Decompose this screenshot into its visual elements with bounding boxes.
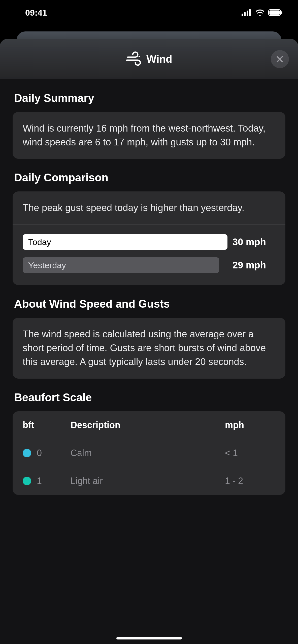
scale-bft-cell: 0 [23, 448, 71, 458]
bar-fill-yesterday: Yesterday [23, 257, 219, 273]
comparison-bars: Today 30 mph Yesterday 29 mph [13, 225, 285, 285]
comparison-row-today: Today 30 mph [23, 234, 275, 250]
scale-heading: Beaufort Scale [14, 391, 285, 404]
bar-track-today: Today [23, 234, 227, 250]
sheet-title: Wind [126, 51, 172, 67]
comparison-card: The peak gust speed today is higher than… [13, 191, 285, 285]
scale-col-bft: bft [23, 420, 71, 430]
about-card: The wind speed is calculated using the a… [13, 318, 285, 378]
bar-track-yesterday: Yesterday [23, 257, 227, 273]
bar-label-yesterday: Yesterday [28, 260, 66, 270]
scale-card: bft Description mph 0 Calm < 1 1 Light a… [13, 411, 285, 495]
scale-row: 1 Light air 1 - 2 [13, 467, 285, 495]
close-button[interactable] [271, 50, 289, 68]
battery-icon [268, 9, 283, 16]
scale-bft-value: 0 [37, 448, 42, 458]
svg-rect-1 [244, 12, 246, 16]
svg-rect-0 [242, 14, 243, 16]
home-indicator[interactable] [116, 637, 182, 639]
scale-bft-value: 1 [37, 476, 42, 486]
cellular-icon [242, 9, 252, 16]
bar-label-today: Today [28, 237, 51, 247]
wind-icon [126, 51, 142, 67]
summary-heading: Daily Summary [14, 92, 285, 104]
sheet-header: Wind [0, 39, 298, 79]
close-icon [276, 55, 284, 63]
comparison-row-yesterday: Yesterday 29 mph [23, 257, 275, 273]
svg-point-7 [139, 56, 140, 57]
svg-rect-3 [249, 9, 251, 16]
sheet-body[interactable]: Daily Summary Wind is currently 16 mph f… [0, 79, 298, 644]
status-bar: 09:41 [0, 0, 298, 25]
bar-value-today: 30 mph [233, 237, 275, 248]
bar-value-yesterday: 29 mph [233, 260, 275, 271]
scale-col-mph: mph [225, 420, 275, 430]
summary-card: Wind is currently 16 mph from the west-n… [13, 112, 285, 159]
wifi-icon [255, 9, 265, 16]
status-indicators [242, 9, 283, 16]
scale-desc-cell: Calm [71, 448, 225, 458]
scale-col-desc: Description [71, 420, 225, 430]
summary-text: Wind is currently 16 mph from the west-n… [23, 123, 266, 147]
wind-detail-sheet: Wind Daily Summary Wind is currently 16 … [0, 39, 298, 644]
status-time: 09:41 [25, 8, 47, 18]
scale-mph-cell: 1 - 2 [225, 476, 275, 486]
scale-row: 0 Calm < 1 [13, 439, 285, 467]
scale-mph-cell: < 1 [225, 448, 275, 458]
scale-dot [23, 477, 31, 485]
about-heading: About Wind Speed and Gusts [14, 298, 285, 310]
scale-dot [23, 449, 31, 457]
svg-rect-6 [281, 11, 282, 14]
svg-rect-5 [270, 11, 280, 15]
sheet-title-text: Wind [146, 53, 172, 65]
about-text: The wind speed is calculated using the a… [23, 329, 266, 367]
scale-desc-cell: Light air [71, 476, 225, 486]
comparison-heading: Daily Comparison [14, 171, 285, 184]
scale-header-row: bft Description mph [13, 411, 285, 439]
bar-fill-today: Today [23, 234, 227, 250]
svg-rect-2 [247, 11, 248, 16]
comparison-text: The peak gust speed today is higher than… [13, 191, 285, 225]
scale-bft-cell: 1 [23, 476, 71, 486]
